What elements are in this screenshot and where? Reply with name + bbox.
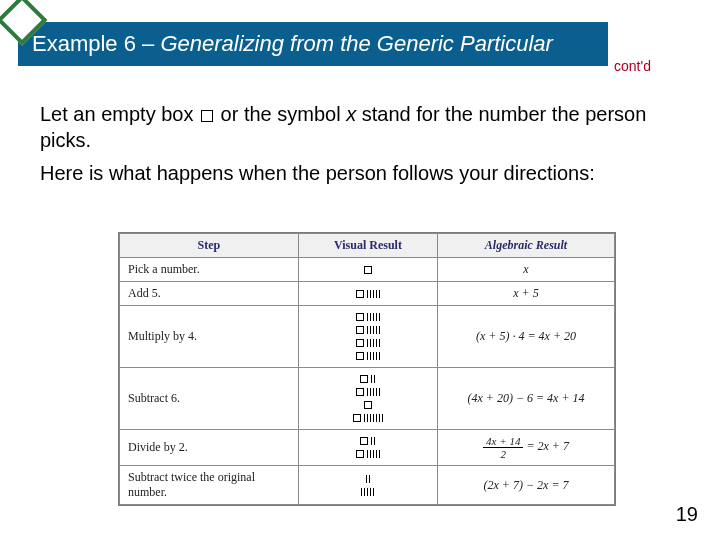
cell-step: Pick a number. — [120, 258, 299, 282]
tick-icon — [376, 313, 377, 321]
tick-icon — [379, 290, 380, 298]
tick-icon — [373, 388, 374, 396]
tick-icon — [364, 414, 365, 422]
slide: Example 6 – Generalizing from the Generi… — [0, 0, 720, 540]
tick-icon — [379, 352, 380, 360]
tick-icon — [370, 326, 371, 334]
tick-icon — [376, 414, 377, 422]
square-icon — [364, 266, 372, 274]
tick-icon — [370, 450, 371, 458]
tick-icon — [370, 352, 371, 360]
cell-step: Multiply by 4. — [120, 306, 299, 368]
tick-icon — [370, 339, 371, 347]
tick-icon — [373, 352, 374, 360]
tick-icon — [367, 326, 368, 334]
tick-icon — [364, 488, 365, 496]
square-icon — [356, 352, 364, 360]
slide-number: 19 — [676, 503, 698, 526]
tick-icon — [376, 450, 377, 458]
tick-icon — [373, 290, 374, 298]
th-visual: Visual Result — [298, 234, 437, 258]
tick-icon — [373, 414, 374, 422]
tick-icon — [371, 437, 372, 445]
square-icon — [356, 326, 364, 334]
tick-icon — [373, 488, 374, 496]
square-icon — [356, 450, 364, 458]
square-icon — [360, 437, 368, 445]
cell-step: Add 5. — [120, 282, 299, 306]
cell-algebraic: 4x + 142 = 2x + 7 — [438, 430, 615, 466]
tick-icon — [373, 339, 374, 347]
cell-visual — [298, 368, 437, 430]
title-italic: Generalizing from the Generic Particular — [160, 31, 553, 56]
cell-visual — [298, 466, 437, 505]
tick-icon — [379, 414, 380, 422]
square-icon — [364, 401, 372, 409]
cell-visual — [298, 430, 437, 466]
tick-icon — [373, 313, 374, 321]
tick-icon — [367, 290, 368, 298]
cell-algebraic: (2x + 7) − 2x = 7 — [438, 466, 615, 505]
square-icon — [356, 339, 364, 347]
square-icon — [353, 414, 361, 422]
cell-algebraic: x — [438, 258, 615, 282]
p1-b: or the symbol — [215, 103, 346, 125]
tick-icon — [379, 313, 380, 321]
table-row: Divide by 2. 4x + 142 = 2x + 7 — [120, 430, 615, 466]
square-icon — [356, 290, 364, 298]
tick-icon — [367, 488, 368, 496]
cell-algebraic: (4x + 20) − 6 = 4x + 14 — [438, 368, 615, 430]
th-algebraic: Algebraic Result — [438, 234, 615, 258]
table-row: Add 5. x + 5 — [120, 282, 615, 306]
cell-visual — [298, 258, 437, 282]
tick-icon — [376, 352, 377, 360]
cell-step: Divide by 2. — [120, 430, 299, 466]
tick-icon — [367, 313, 368, 321]
cell-step: Subtract 6. — [120, 368, 299, 430]
cell-algebraic: x + 5 — [438, 282, 615, 306]
tick-icon — [369, 475, 370, 483]
table-row: Subtract twice the original number. (2x … — [120, 466, 615, 505]
title-text: Example 6 – Generalizing from the Generi… — [32, 31, 553, 57]
tick-icon — [367, 339, 368, 347]
tick-icon — [370, 488, 371, 496]
tick-icon — [373, 326, 374, 334]
tick-icon — [366, 475, 367, 483]
square-icon — [360, 375, 368, 383]
p1-a: Let an empty box — [40, 103, 199, 125]
table-row: Multiply by 4. (x + 5) · 4 = 4x + 20 — [120, 306, 615, 368]
tick-icon — [370, 388, 371, 396]
tick-icon — [361, 488, 362, 496]
tick-icon — [376, 326, 377, 334]
tick-icon — [367, 388, 368, 396]
tick-icon — [367, 352, 368, 360]
title-bar: Example 6 – Generalizing from the Generi… — [18, 22, 608, 66]
table-header-row: Step Visual Result Algebraic Result — [120, 234, 615, 258]
steps-table: Step Visual Result Algebraic Result Pick… — [118, 232, 616, 506]
square-icon — [356, 313, 364, 321]
tick-icon — [376, 290, 377, 298]
cell-step: Subtract twice the original number. — [120, 466, 299, 505]
table-row: Pick a number.x — [120, 258, 615, 282]
tick-icon — [376, 388, 377, 396]
cell-algebraic: (x + 5) · 4 = 4x + 20 — [438, 306, 615, 368]
tick-icon — [374, 375, 375, 383]
th-step: Step — [120, 234, 299, 258]
tick-icon — [367, 414, 368, 422]
tick-icon — [373, 450, 374, 458]
example-label: Example 6 – — [32, 31, 160, 56]
cell-visual — [298, 306, 437, 368]
tick-icon — [379, 339, 380, 347]
p1-x: x — [346, 103, 356, 125]
tick-icon — [370, 414, 371, 422]
tick-icon — [370, 290, 371, 298]
paragraph-1: Let an empty box or the symbol x stand f… — [40, 102, 680, 153]
tick-icon — [371, 375, 372, 383]
contd-label: cont'd — [614, 58, 651, 74]
tick-icon — [379, 326, 380, 334]
tick-icon — [376, 339, 377, 347]
paragraph-2: Here is what happens when the person fol… — [40, 161, 680, 187]
table-row: Subtract 6. (4x + 20) − 6 = 4x + 14 — [120, 368, 615, 430]
body-text: Let an empty box or the symbol x stand f… — [40, 102, 680, 195]
tick-icon — [379, 388, 380, 396]
